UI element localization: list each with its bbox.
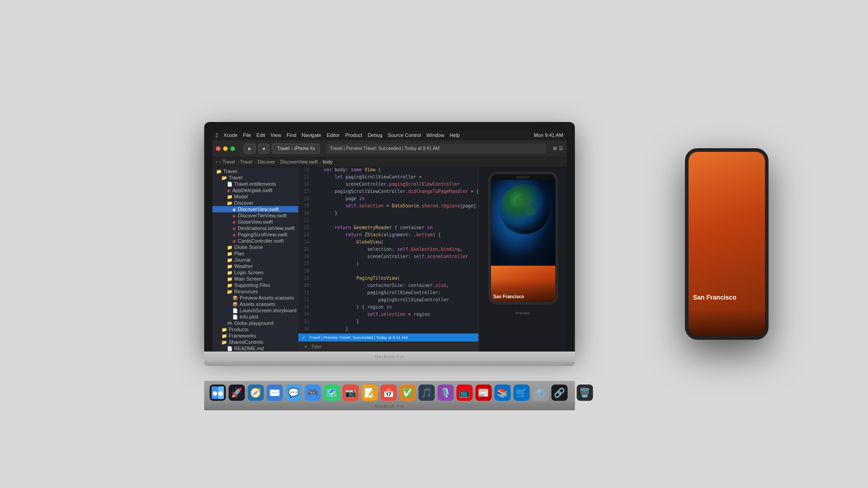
sidebar-item-readme[interactable]: 📄 README.md bbox=[212, 345, 298, 352]
sidebar-item-travel-root[interactable]: 📁 Travel bbox=[212, 168, 298, 174]
sidebar-label: Main Screen bbox=[234, 276, 262, 282]
bc-sep-4: › bbox=[320, 160, 321, 164]
sidebar-item-launchscreen[interactable]: 📄 LaunchScreen.storyboard bbox=[212, 307, 298, 314]
dock-messages[interactable]: 💬 bbox=[286, 385, 302, 401]
sidebar-label: Assets.xcassets bbox=[240, 301, 275, 307]
notch-bar bbox=[516, 176, 530, 178]
sidebar-item-globeplayground[interactable]: 🎮 Globe.playground bbox=[212, 320, 298, 326]
scheme-selector[interactable]: Travel › iPhone Xs bbox=[272, 144, 320, 154]
sidebar-item-loginscreen[interactable]: 📁 Login Screen bbox=[212, 269, 298, 276]
dock-safari[interactable]: 🧭 bbox=[248, 385, 264, 401]
dock-trash[interactable]: 🗑️ bbox=[577, 385, 593, 401]
sidebar-item-weather[interactable]: 📁 Weather bbox=[212, 263, 298, 269]
dock-launchpad[interactable]: 🚀 bbox=[229, 385, 245, 401]
dock-maps[interactable]: 🗺️ bbox=[324, 385, 340, 401]
code-editor[interactable]: 14 var body: some View { 15 let pagingSc… bbox=[298, 167, 479, 333]
menu-help[interactable]: Help bbox=[449, 132, 460, 138]
bc-discover[interactable]: Discover bbox=[258, 160, 275, 164]
sidebar-item-frameworks[interactable]: 📁 Frameworks bbox=[212, 333, 298, 339]
minimize-button[interactable] bbox=[223, 146, 228, 151]
code-line-25: 25 selection: self.$selection.binding, bbox=[298, 247, 479, 254]
folder-icon: 📂 bbox=[227, 289, 232, 294]
phone-notch bbox=[491, 174, 555, 180]
filter-bottom-input[interactable]: Filter bbox=[311, 344, 321, 349]
apple-menu[interactable]:  bbox=[216, 132, 218, 139]
bc-travel-root[interactable]: Travel bbox=[222, 160, 235, 164]
bc-file[interactable]: DiscoverView.swift bbox=[280, 160, 318, 164]
dock-news[interactable]: 📰 bbox=[476, 385, 492, 401]
dock-itunes[interactable]: 🎵 bbox=[419, 385, 435, 401]
sidebar-item-resources[interactable]: 📂 Resources bbox=[212, 288, 298, 295]
macbook-label: MacBook Pro bbox=[375, 354, 404, 359]
sidebar-item-mainscreen[interactable]: 📁 Main Screen bbox=[212, 276, 298, 282]
sidebar-label: Resources bbox=[234, 289, 258, 294]
menu-editor[interactable]: Editor bbox=[327, 132, 340, 138]
dock-finder[interactable] bbox=[210, 385, 226, 401]
dock-discord[interactable]: 🎮 bbox=[305, 385, 321, 401]
maximize-button[interactable] bbox=[231, 146, 235, 151]
bc-symbol[interactable]: body bbox=[323, 160, 333, 164]
sidebar-item-journal[interactable]: 📁 Journal bbox=[212, 257, 298, 263]
sidebar-item-products[interactable]: 📁 Products bbox=[212, 326, 298, 333]
code-line-20: 20 } bbox=[298, 211, 479, 218]
dock-notes[interactable]: 📝 bbox=[362, 385, 378, 401]
dock-appletv[interactable]: 📺 bbox=[457, 385, 473, 401]
dock-photos[interactable]: 📷 bbox=[343, 385, 359, 401]
menu-navigate[interactable]: Navigate bbox=[302, 132, 321, 138]
dock-appstore[interactable]: 🛒 bbox=[514, 385, 530, 401]
sidebar-item-cardscontroller[interactable]: ◈ CardsController.swift bbox=[212, 238, 298, 244]
scheme-name: Travel bbox=[277, 146, 289, 151]
menu-product[interactable]: Product bbox=[345, 132, 362, 138]
sidebar-item-sharedcontrols[interactable]: 📂 SharedControls bbox=[212, 339, 298, 345]
dock-xcode[interactable]: 🔗 bbox=[552, 385, 568, 401]
menu-view[interactable]: View bbox=[270, 132, 281, 138]
sidebar-item-travel[interactable]: 📂 Travel bbox=[212, 174, 298, 181]
dock-calendar[interactable]: 📅 bbox=[381, 385, 397, 401]
add-file-bottom-button[interactable]: + bbox=[302, 343, 310, 350]
sidebar-item-model[interactable]: 📁 Model bbox=[212, 193, 298, 200]
sidebar-item-discover[interactable]: 📂 Discover bbox=[212, 200, 298, 206]
menu-find[interactable]: Find bbox=[287, 132, 296, 138]
sidebar-item-infoplist[interactable]: 📄 Info.plist bbox=[212, 314, 298, 320]
code-line-34: 34 self.selection = region bbox=[298, 312, 479, 319]
sidebar-label: Globe Scene bbox=[234, 244, 263, 250]
dock-reminders[interactable]: ✅ bbox=[400, 385, 416, 401]
sidebar-item-appdelegate[interactable]: ◈ AppDelegate.swift bbox=[212, 187, 298, 193]
menu-source-control[interactable]: Source Control bbox=[388, 132, 421, 138]
menu-debug[interactable]: Debug bbox=[368, 132, 382, 138]
folder-icon: 📁 bbox=[227, 283, 232, 288]
sidebar-item-discoverview[interactable]: ◈ DiscoverView.swift bbox=[212, 206, 298, 212]
close-button[interactable] bbox=[216, 146, 221, 151]
split-view-icon[interactable]: ⊞ bbox=[553, 145, 557, 151]
sidebar-item-plan[interactable]: 📁 Plan bbox=[212, 250, 298, 257]
dock-books[interactable]: 📚 bbox=[495, 385, 511, 401]
menu-xcode[interactable]: Xcode bbox=[223, 132, 237, 138]
sidebar-item-destinationslist[interactable]: ◈ DestinationsListView.swift bbox=[212, 225, 298, 231]
sidebar-item-previewassets[interactable]: 📦 Preview Assets.xcassets bbox=[212, 295, 298, 301]
city-name: San Francisco bbox=[493, 294, 524, 299]
menu-file[interactable]: File bbox=[243, 132, 251, 138]
menu-window[interactable]: Window bbox=[426, 132, 444, 138]
stop-button[interactable]: ■ bbox=[259, 144, 269, 154]
bc-travel[interactable]: Travel bbox=[240, 160, 252, 164]
inspector-icon[interactable]: ☰ bbox=[559, 145, 563, 151]
sidebar-item-entitlements[interactable]: 📄 Travel.entitlements bbox=[212, 181, 298, 187]
nav-back-icon[interactable]: ‹ bbox=[216, 160, 217, 164]
status-text: Travel | Preview Travel: Succeeded | Tod… bbox=[330, 146, 439, 151]
sidebar-item-globescene[interactable]: 📁 Globe Scene bbox=[212, 244, 298, 250]
menu-edit[interactable]: Edit bbox=[256, 132, 265, 138]
dock-podcasts[interactable]: 🎙️ bbox=[438, 385, 454, 401]
nav-forward-icon[interactable]: › bbox=[219, 160, 221, 164]
sidebar-item-globeview[interactable]: ◈ GlobeView.swift bbox=[212, 219, 298, 225]
sidebar-item-supportingfiles[interactable]: 📁 Supporting Files bbox=[212, 282, 298, 288]
iphone-card-bg bbox=[689, 152, 765, 336]
dock-mail[interactable]: ✉️ bbox=[267, 385, 283, 401]
run-button[interactable]: ▶ bbox=[244, 144, 256, 154]
dock-systemprefs[interactable]: ⚙️ bbox=[533, 385, 549, 401]
sidebar-label: Travel.entitlements bbox=[234, 181, 276, 187]
svg-point-3 bbox=[218, 391, 223, 396]
sidebar-item-discovertileview[interactable]: ◈ DiscoverTileView.swift bbox=[212, 212, 298, 219]
sidebar-item-pagingscrollview[interactable]: ◈ PagingScrollView.swift bbox=[212, 231, 298, 238]
sidebar-label: Discover bbox=[234, 200, 254, 206]
sidebar-item-assets[interactable]: 📦 Assets.xcassets bbox=[212, 301, 298, 307]
